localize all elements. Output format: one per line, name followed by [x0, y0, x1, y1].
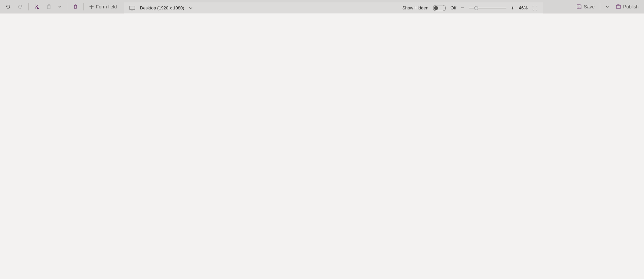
- undo-button[interactable]: [3, 3, 13, 11]
- show-hidden-toggle[interactable]: [433, 5, 446, 11]
- publish-button[interactable]: Publish: [613, 3, 641, 11]
- viewport-label[interactable]: Desktop (1920 x 1080): [140, 5, 184, 10]
- cut-button[interactable]: [31, 3, 42, 11]
- save-button[interactable]: Save: [574, 3, 597, 11]
- add-form-field-button[interactable]: Form field: [86, 3, 119, 11]
- chevron-down-icon[interactable]: [189, 6, 192, 10]
- bottom-status-bar: Desktop (1920 x 1080) Show Hidden Off − …: [124, 2, 543, 13]
- redo-button[interactable]: [15, 3, 26, 11]
- fit-icon[interactable]: [532, 5, 538, 11]
- paste-button[interactable]: [43, 3, 54, 11]
- svg-point-1: [38, 8, 39, 9]
- save-chevron[interactable]: [603, 4, 612, 10]
- zoom-level: 46%: [519, 5, 528, 10]
- zoom-out-button[interactable]: −: [461, 4, 465, 11]
- show-hidden-label: Show Hidden: [402, 5, 428, 10]
- svg-point-0: [35, 8, 36, 9]
- zoom-slider[interactable]: [469, 8, 506, 8]
- desktop-icon: [129, 6, 135, 10]
- delete-button[interactable]: [70, 3, 81, 11]
- svg-rect-6: [616, 5, 620, 8]
- paste-chevron[interactable]: [56, 4, 64, 10]
- svg-rect-2: [47, 5, 50, 9]
- zoom-in-button[interactable]: +: [511, 5, 514, 11]
- svg-rect-23: [130, 6, 135, 9]
